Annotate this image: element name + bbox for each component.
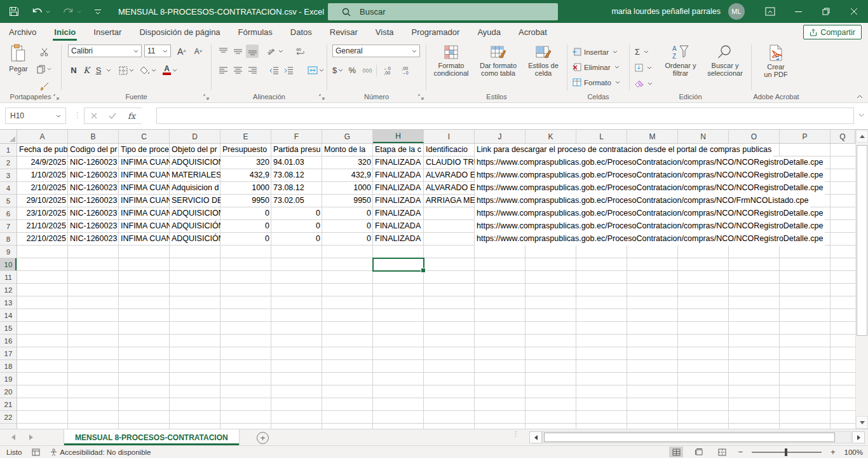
cell-H3[interactable]: FINALIZADA — [373, 169, 424, 182]
collapse-ribbon-icon[interactable] — [857, 95, 863, 99]
dialog-launcher-icon[interactable] — [418, 94, 424, 100]
scroll-right-icon[interactable] — [852, 431, 865, 443]
restore-button[interactable] — [812, 0, 840, 23]
percent-format-button[interactable]: % — [346, 64, 358, 77]
autosum-button[interactable]: Σ — [635, 45, 653, 59]
cell-F4[interactable]: 73.08.12 — [271, 182, 322, 195]
cell-D3[interactable]: MATERIALES — [170, 169, 220, 182]
cell-I2[interactable]: CLAUDIO TRU — [424, 156, 475, 169]
cell-C7[interactable]: INFIMA CUAN — [119, 220, 170, 233]
zoom-in-icon[interactable]: + — [831, 447, 836, 457]
row-header-8[interactable]: 8 — [0, 233, 17, 246]
sort-filter-button[interactable]: AZ Ordenar y filtrar — [660, 45, 701, 77]
cell-F3[interactable]: 73.08.12 — [271, 169, 322, 182]
font-name-select[interactable]: Calibri — [68, 45, 142, 57]
expand-formula-bar-icon[interactable] — [858, 113, 864, 117]
column-header-J[interactable]: J — [475, 130, 526, 143]
column-header-O[interactable]: O — [729, 130, 780, 143]
column-header-C[interactable]: C — [119, 130, 170, 143]
cell-H8[interactable]: FINALIZADA — [373, 233, 424, 246]
column-header-A[interactable]: A — [17, 130, 68, 143]
scroll-down-icon[interactable] — [856, 416, 868, 429]
cell-C4[interactable]: INFIMA CUAN — [119, 182, 170, 195]
cell-G8[interactable]: 0 — [322, 233, 373, 246]
cell-J6[interactable]: https://www.compraspublicas.gob.ec/Proce… — [475, 207, 825, 220]
row-header-7[interactable]: 7 — [0, 220, 17, 233]
cell-G7[interactable]: 0 — [322, 220, 373, 233]
cell-B7[interactable]: NIC-1260023 — [68, 220, 119, 233]
cell-D5[interactable]: SERVICIO DE — [170, 195, 220, 207]
cell-B5[interactable]: NIC-1260023 — [68, 195, 119, 207]
thousands-format-button[interactable]: 000 — [361, 64, 374, 77]
normal-view-icon[interactable] — [669, 447, 683, 457]
column-header-Q[interactable]: Q — [831, 130, 855, 143]
align-middle-icon[interactable] — [231, 45, 244, 58]
decrease-decimal-icon[interactable]: ,00→0 — [397, 64, 412, 77]
fill-handle[interactable] — [421, 268, 426, 273]
cell-B3[interactable]: NIC-1260023 — [68, 169, 119, 182]
row-header-1[interactable]: 1 — [0, 144, 17, 156]
cut-button[interactable] — [37, 45, 51, 59]
cell-B8[interactable]: NIC-1260023 — [68, 233, 119, 246]
zoom-slider[interactable] — [752, 452, 822, 453]
row-header-4[interactable]: 4 — [0, 182, 17, 195]
column-header-M[interactable]: M — [627, 130, 678, 143]
currency-format-button[interactable]: $ — [332, 64, 343, 77]
number-format-select[interactable]: General — [332, 45, 420, 57]
zoom-level[interactable]: 100% — [844, 448, 863, 456]
column-header-K[interactable]: K — [526, 130, 576, 143]
borders-button[interactable] — [119, 64, 134, 77]
paste-button[interactable]: Pegar — [4, 44, 33, 76]
redo-button[interactable] — [63, 7, 81, 16]
search-box[interactable]: Buscar — [328, 3, 558, 20]
cell-D2[interactable]: ADQUISICION — [170, 156, 220, 169]
cell-B6[interactable]: NIC-1260023 — [68, 207, 119, 220]
new-sheet-icon[interactable]: + — [257, 432, 269, 444]
cell-B4[interactable]: NIC-1260023 — [68, 182, 119, 195]
scroll-up-icon[interactable] — [856, 130, 868, 142]
font-color-button[interactable]: A — [163, 64, 177, 77]
minimize-button[interactable] — [784, 0, 812, 23]
underline-button[interactable]: S — [93, 64, 104, 77]
row-header-16[interactable]: 16 — [0, 335, 17, 347]
horizontal-scroll-thumb[interactable] — [544, 433, 835, 442]
cell-D7[interactable]: ADQUISICIÓN — [170, 220, 220, 233]
row-header-13[interactable]: 13 — [0, 296, 17, 309]
close-button[interactable] — [840, 0, 868, 23]
macro-record-icon[interactable] — [32, 448, 40, 456]
row-header-2[interactable]: 2 — [0, 156, 17, 169]
cell-D1[interactable]: Objeto del pr — [170, 144, 220, 156]
align-right-icon[interactable] — [246, 64, 259, 77]
cells-area[interactable]: Fecha de pubCodigo del prTipo de proceOb… — [17, 144, 855, 429]
orientation-button[interactable]: ab — [268, 45, 283, 58]
row-header-22[interactable]: 22 — [0, 411, 17, 424]
cell-E8[interactable]: 0 — [220, 233, 271, 246]
cell-F1[interactable]: Partida presu — [271, 144, 322, 156]
vertical-scrollbar[interactable] — [855, 130, 868, 429]
cell-H1[interactable]: Etapa de la c — [373, 144, 424, 156]
dialog-launcher-icon[interactable] — [53, 94, 59, 100]
align-left-icon[interactable] — [217, 64, 229, 77]
format-painter-button[interactable] — [37, 80, 51, 93]
column-header-N[interactable]: N — [678, 130, 729, 143]
delete-cells-button[interactable]: Eliminar — [573, 60, 620, 74]
accessibility-status[interactable]: Accesibilidad: No disponible — [60, 448, 151, 456]
row-header-20[interactable]: 20 — [0, 385, 17, 398]
cell-I5[interactable]: ARRIAGA ME — [424, 195, 475, 207]
cell-A1[interactable]: Fecha de pub — [17, 144, 68, 156]
cell-J3[interactable]: https://www.compraspublicas.gob.ec/Proce… — [475, 169, 825, 182]
dialog-launcher-icon[interactable] — [319, 94, 325, 100]
cell-C2[interactable]: INFIMA CUAN — [119, 156, 170, 169]
tab-vista[interactable]: Vista — [367, 23, 403, 41]
align-top-icon[interactable] — [217, 45, 229, 58]
increase-font-icon[interactable]: A˄ — [175, 45, 189, 58]
tab-acrobat[interactable]: Acrobat — [510, 23, 556, 41]
cell-F7[interactable]: 0 — [271, 220, 322, 233]
active-cell-selection[interactable] — [372, 258, 424, 272]
column-header-G[interactable]: G — [322, 130, 373, 143]
sheet-nav-right-icon[interactable] — [29, 434, 33, 440]
cell-B1[interactable]: Codigo del pr — [68, 144, 119, 156]
row-header-9[interactable]: 9 — [0, 246, 17, 258]
formula-input[interactable] — [156, 108, 854, 124]
cell-C1[interactable]: Tipo de proce — [119, 144, 170, 156]
